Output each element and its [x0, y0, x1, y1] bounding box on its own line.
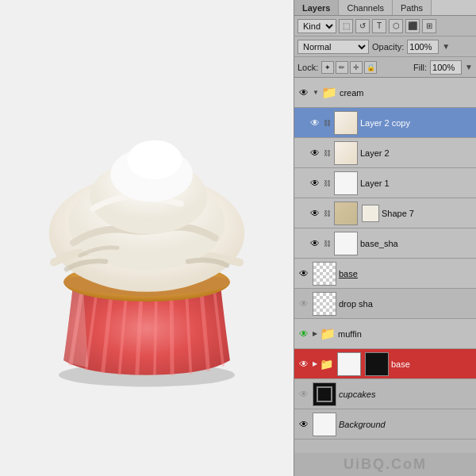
eye-icon-background[interactable]: 👁: [298, 418, 310, 431]
layer-name-muffin: muffin: [338, 329, 473, 339]
filter-adjust-icon[interactable]: ↺: [355, 19, 370, 33]
cupcake-image: [0, 0, 294, 476]
eye-icon-cream[interactable]: 👁: [298, 86, 310, 99]
folder-icon-muffin: 📁: [320, 326, 336, 341]
layer-name-layer2copy: Layer 2 copy: [360, 118, 473, 128]
thumb-layer2: [334, 141, 358, 165]
layer-item-dropsha[interactable]: 👁 drop sha: [294, 289, 476, 319]
layer-item-muffin-group[interactable]: 👁 ▶ 📁 muffin: [294, 319, 476, 349]
layer-name-background: Background: [339, 420, 473, 429]
layer-name-layer2: Layer 2: [360, 148, 473, 158]
kind-select[interactable]: Kind: [298, 19, 336, 33]
chain-icon-shape7: ⛓: [324, 209, 332, 217]
layer-item-cupcakes[interactable]: 👁 cupcakes: [294, 379, 476, 409]
thumb-shape7: [334, 202, 358, 225]
tab-channels[interactable]: Channels: [339, 0, 392, 15]
layer-item-background[interactable]: 👁 Background: [294, 409, 476, 440]
layer-name-base2: base: [391, 359, 473, 369]
tab-layers[interactable]: Layers: [294, 0, 339, 15]
eye-icon-layer2copy[interactable]: 👁: [309, 117, 321, 129]
lock-row: Lock: ✦ ✏ ✛ 🔒 Fill: ▼: [294, 57, 476, 78]
lock-icons-group: ✦ ✏ ✛ 🔒: [321, 61, 377, 74]
lock-pixels-icon[interactable]: ✦: [321, 61, 334, 74]
layer-name-base: base: [339, 269, 473, 278]
layer-name-cupcakes: cupcakes: [339, 390, 473, 399]
layer-item-baseshia[interactable]: 👁 ⛓ base_sha: [294, 228, 476, 259]
eye-icon-cupcakes[interactable]: 👁: [298, 388, 310, 401]
expand-base2-icon[interactable]: ▶: [313, 360, 317, 367]
eye-icon-base[interactable]: 👁: [298, 267, 310, 280]
layers-list: 👁 ▼ 📁 cream 👁 ⛓ Layer 2 copy 👁 ⛓ Layer 2…: [294, 78, 476, 453]
watermark: UiBQ.CoM: [294, 453, 476, 476]
layer-name-basesha: base_sha: [360, 239, 473, 248]
tabs-row: Layers Channels Paths: [294, 0, 476, 16]
chain-icon-layer2: ⛓: [324, 149, 332, 157]
layer-item-shape7[interactable]: 👁 ⛓ Shape 7: [294, 198, 476, 228]
layer-name-shape7: Shape 7: [382, 209, 473, 218]
collapse-cream-icon[interactable]: ▼: [313, 89, 319, 96]
eye-icon-dropsha[interactable]: 👁: [298, 298, 310, 310]
thumb-shape7-extra: [362, 205, 379, 222]
fill-label: Fill:: [413, 63, 427, 72]
chain-icon-layer1: ⛓: [324, 179, 332, 187]
lock-all-icon[interactable]: 🔒: [364, 61, 377, 74]
eye-icon-muffin[interactable]: 👁: [298, 328, 310, 340]
layers-panel: Layers Channels Paths Kind ⬚ ↺ T ⬡ ⬛ ⊞ N…: [294, 0, 476, 476]
thumb-base2-mask: [337, 352, 361, 376]
layer-item-base[interactable]: 👁 base: [294, 259, 476, 289]
layer-name-layer1: Layer 1: [360, 178, 473, 188]
blend-opacity-row: Normal Opacity: ▼: [294, 36, 476, 57]
blend-mode-select[interactable]: Normal: [298, 40, 369, 54]
svg-point-17: [134, 143, 169, 167]
lock-move-icon[interactable]: ✛: [350, 61, 363, 74]
eye-icon-shape7[interactable]: 👁: [309, 207, 321, 220]
thumb-base2-extra: [365, 352, 389, 376]
opacity-label: Opacity:: [372, 42, 404, 52]
layer-item-layer2copy[interactable]: 👁 ⛓ Layer 2 copy: [294, 108, 476, 138]
expand-muffin-icon[interactable]: ▶: [313, 330, 317, 337]
layer-item-base2-group[interactable]: 👁 ▶ 📁 base: [294, 349, 476, 379]
thumb-background: [313, 413, 336, 436]
layer-item-cream-group[interactable]: 👁 ▼ 📁 cream: [294, 78, 476, 108]
eye-icon-base2[interactable]: 👁: [298, 358, 310, 370]
thumb-base: [313, 262, 336, 286]
filter-smart-icon[interactable]: ⬛: [405, 19, 420, 33]
folder-icon-base2: 📁: [320, 358, 333, 370]
thumb-layer1: [334, 171, 358, 195]
tab-paths[interactable]: Paths: [393, 0, 432, 15]
lock-label: Lock:: [298, 63, 318, 72]
filter-pixel-icon[interactable]: ⬚: [339, 19, 353, 33]
layer-name-cream: cream: [340, 88, 473, 98]
filter-more-icon[interactable]: ⊞: [422, 19, 436, 33]
eye-icon-layer1[interactable]: 👁: [309, 177, 321, 190]
eye-icon-basesha[interactable]: 👁: [309, 237, 321, 250]
opacity-arrow[interactable]: ▼: [442, 42, 450, 51]
canvas-area: [0, 0, 294, 476]
layer-name-dropsha: drop sha: [339, 299, 473, 309]
thumb-basesha: [334, 232, 358, 255]
fill-input[interactable]: [430, 60, 462, 75]
folder-icon-cream: 📁: [321, 85, 337, 100]
kind-row: Kind ⬚ ↺ T ⬡ ⬛ ⊞: [294, 16, 476, 36]
fill-arrow[interactable]: ▼: [465, 63, 473, 71]
chain-icon-layer2copy: ⛓: [324, 119, 332, 127]
thumb-cupcakes: [313, 382, 336, 406]
eye-icon-layer2[interactable]: 👁: [309, 147, 321, 159]
opacity-input[interactable]: [407, 40, 439, 54]
thumb-dropsha: [313, 292, 336, 316]
layer-item-layer2[interactable]: 👁 ⛓ Layer 2: [294, 138, 476, 168]
thumb-layer2copy: [334, 111, 358, 135]
filter-type-icon[interactable]: T: [372, 19, 386, 33]
layer-item-layer1[interactable]: 👁 ⛓ Layer 1: [294, 168, 476, 198]
chain-icon-basesha: ⛓: [324, 240, 332, 248]
filter-shape-icon[interactable]: ⬡: [389, 19, 403, 33]
lock-paint-icon[interactable]: ✏: [336, 61, 348, 74]
